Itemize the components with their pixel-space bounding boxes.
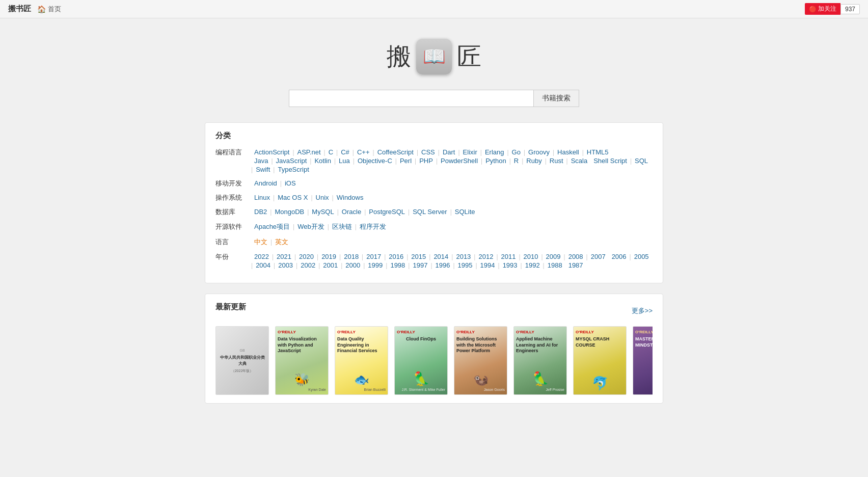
link-ruby[interactable]: Ruby xyxy=(523,156,545,165)
link-1993[interactable]: 1993 xyxy=(500,261,521,270)
book-cover-3: O'REILLY Data Quality Engineering in Fin… xyxy=(335,326,388,395)
link-javascript[interactable]: JavaScript xyxy=(273,156,310,165)
link-2008[interactable]: 2008 xyxy=(565,252,586,261)
link-mysql[interactable]: MySQL xyxy=(309,207,337,216)
link-ios[interactable]: iOS xyxy=(282,179,299,188)
link-aspnet[interactable]: ASP.net xyxy=(294,148,324,156)
link-java[interactable]: Java xyxy=(251,156,271,165)
link-2015[interactable]: 2015 xyxy=(408,252,429,261)
link-dart[interactable]: Dart xyxy=(440,148,458,156)
link-2020[interactable]: 2020 xyxy=(296,252,317,261)
link-macosx[interactable]: Mac OS X xyxy=(275,193,311,202)
link-2006[interactable]: 2006 xyxy=(609,252,630,261)
link-chinese[interactable]: 中文 xyxy=(251,237,270,247)
link-2013[interactable]: 2013 xyxy=(453,252,474,261)
link-1992[interactable]: 1992 xyxy=(522,261,543,270)
link-postgresql[interactable]: PostgreSQL xyxy=(366,207,408,216)
link-progdev[interactable]: 程序开发 xyxy=(357,222,389,232)
link-android[interactable]: Android xyxy=(251,179,280,188)
link-rust[interactable]: Rust xyxy=(547,156,566,165)
link-powdershell[interactable]: PowderShell xyxy=(438,156,481,165)
link-scala[interactable]: Scala xyxy=(568,156,591,165)
link-csharp[interactable]: C# xyxy=(338,148,352,156)
link-c[interactable]: C xyxy=(326,148,336,156)
link-r[interactable]: R xyxy=(511,156,522,165)
link-erlang[interactable]: Erlang xyxy=(482,148,507,156)
link-go[interactable]: Go xyxy=(509,148,524,156)
book-item-2[interactable]: O'REILLY Data Visualization with Python … xyxy=(275,326,329,395)
link-groovy[interactable]: Groovy xyxy=(525,148,553,156)
link-lua[interactable]: Lua xyxy=(336,156,353,165)
link-2004[interactable]: 2004 xyxy=(253,261,274,270)
link-webdev[interactable]: Web开发 xyxy=(294,222,328,232)
link-2011[interactable]: 2011 xyxy=(498,252,519,261)
link-actionscript[interactable]: ActionScript xyxy=(251,148,292,156)
link-oracle[interactable]: Oracle xyxy=(339,207,364,216)
link-typescript[interactable]: TypeScript xyxy=(275,165,312,174)
link-elixir[interactable]: Elixir xyxy=(460,148,480,156)
link-shellscript[interactable]: Shell Script xyxy=(590,156,630,165)
link-2003[interactable]: 2003 xyxy=(275,261,296,270)
link-perl[interactable]: Perl xyxy=(397,156,415,165)
book-item-7[interactable]: O'REILLY MYSQL CRASH COURSE 🐬 xyxy=(573,326,627,395)
book-item-3[interactable]: O'REILLY Data Quality Engineering in Fin… xyxy=(335,326,388,395)
link-2012[interactable]: 2012 xyxy=(475,252,496,261)
link-apache[interactable]: Apache项目 xyxy=(251,222,293,232)
logo-area: 搬 📖 匠 xyxy=(205,29,663,90)
search-area: 书籍搜索 xyxy=(205,90,663,107)
book-item-8[interactable]: O'REILLY MASTERING LEGO MINDSTORMS 🤖 xyxy=(633,326,653,395)
search-input[interactable] xyxy=(289,90,533,107)
link-2018[interactable]: 2018 xyxy=(341,252,362,261)
link-linux[interactable]: Linux xyxy=(251,193,273,202)
link-html5[interactable]: HTML5 xyxy=(584,148,612,156)
link-2010[interactable]: 2010 xyxy=(521,252,541,261)
link-coffeescript[interactable]: CoffeeScript xyxy=(374,148,417,156)
link-kotlin[interactable]: Kotlin xyxy=(311,156,334,165)
link-objc[interactable]: Objective-C xyxy=(355,156,395,165)
book-cover-8: O'REILLY MASTERING LEGO MINDSTORMS 🤖 xyxy=(633,326,653,395)
link-2001[interactable]: 2001 xyxy=(320,261,341,270)
link-unix[interactable]: Unix xyxy=(313,193,332,202)
more-link[interactable]: 更多>> xyxy=(632,306,653,315)
link-1987[interactable]: 1987 xyxy=(565,261,586,270)
book-item-6[interactable]: O'REILLY Applied Machine Learning and AI… xyxy=(513,326,567,395)
link-2009[interactable]: 2009 xyxy=(543,252,564,261)
link-2017[interactable]: 2017 xyxy=(363,252,384,261)
link-2007[interactable]: 2007 xyxy=(588,252,609,261)
link-mongodb[interactable]: MongoDB xyxy=(272,207,307,216)
link-1996[interactable]: 1996 xyxy=(432,261,453,270)
link-sql[interactable]: SQL xyxy=(632,156,651,165)
link-python[interactable]: Python xyxy=(482,156,509,165)
link-2005[interactable]: 2005 xyxy=(631,252,652,261)
home-link[interactable]: 🏠 首页 xyxy=(37,5,61,14)
search-button[interactable]: 书籍搜索 xyxy=(533,90,579,107)
link-2022[interactable]: 2022 xyxy=(251,252,272,261)
link-1994[interactable]: 1994 xyxy=(477,261,498,270)
book-item-1[interactable]: GB 中华人民共和国职业分类大典 （2022年版） xyxy=(215,326,269,395)
link-2000[interactable]: 2000 xyxy=(342,261,363,270)
link-2016[interactable]: 2016 xyxy=(386,252,406,261)
link-1997[interactable]: 1997 xyxy=(410,261,430,270)
link-haskell[interactable]: Haskell xyxy=(554,148,582,156)
link-2021[interactable]: 2021 xyxy=(274,252,294,261)
link-2002[interactable]: 2002 xyxy=(297,261,318,270)
link-db2[interactable]: DB2 xyxy=(251,207,270,216)
link-sqlserver[interactable]: SQL Server xyxy=(410,207,450,216)
weibo-follow-button[interactable]: 🔴 加关注 xyxy=(805,3,840,15)
link-english[interactable]: 英文 xyxy=(272,237,291,247)
link-windows[interactable]: Windows xyxy=(334,193,367,202)
link-swift[interactable]: Swift xyxy=(253,165,273,174)
link-2019[interactable]: 2019 xyxy=(318,252,339,261)
link-1988[interactable]: 1988 xyxy=(545,261,565,270)
link-sqlite[interactable]: SQLite xyxy=(452,207,478,216)
link-2014[interactable]: 2014 xyxy=(430,252,451,261)
link-cpp[interactable]: C++ xyxy=(354,148,373,156)
link-1999[interactable]: 1999 xyxy=(365,261,386,270)
link-1998[interactable]: 1998 xyxy=(387,261,408,270)
link-css[interactable]: CSS xyxy=(418,148,438,156)
link-blockchain[interactable]: 区块链 xyxy=(329,222,355,232)
link-php[interactable]: PHP xyxy=(416,156,436,165)
link-1995[interactable]: 1995 xyxy=(455,261,476,270)
book-item-4[interactable]: O'REILLY Cloud FinOps 🦜 J.R. Storment & … xyxy=(394,326,448,395)
book-item-5[interactable]: O'REILLY Building Solutions with the Mic… xyxy=(454,326,507,395)
